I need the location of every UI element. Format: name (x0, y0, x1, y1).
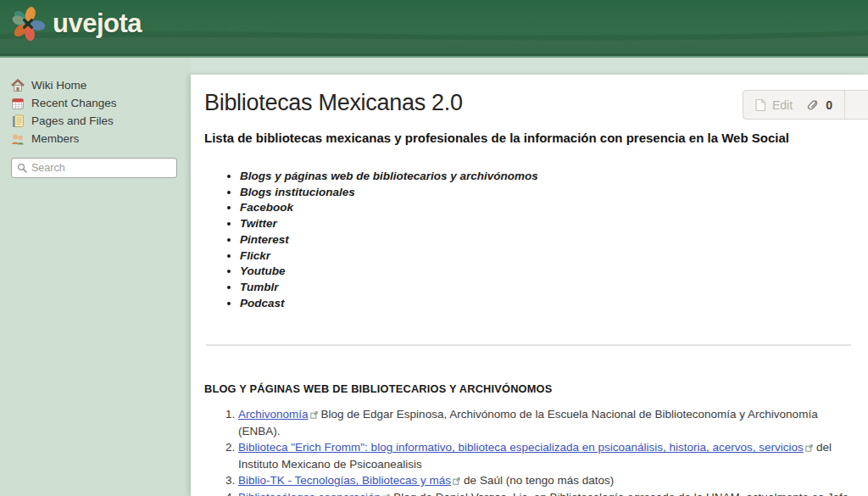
external-link-icon (310, 407, 318, 423)
pages-icon (11, 114, 25, 128)
entry-link[interactable]: Archivonomía (238, 408, 309, 421)
sidebar: Wiki Home Recent Changes Pages and Files (0, 58, 191, 496)
toc-item: Blogs y páginas web de bibliotecarios y … (240, 169, 853, 185)
sidebar-item-label: Pages and Files (31, 114, 114, 127)
attachment-count: 0 (826, 98, 832, 112)
sidebar-item-label: Recent Changes (31, 97, 117, 109)
wiki-page: { "header": { "logo_text": "uvejota" }, … (0, 0, 868, 496)
attachments-button[interactable]: 0 (806, 98, 832, 112)
entry-link[interactable]: Biblio-TK - Tecnologías, Bibliotecas y m… (238, 474, 451, 487)
toc-item: Tumblr (240, 280, 853, 296)
entry-row: Biblio-TK - Tecnologías, Bibliotecas y m… (238, 472, 853, 489)
external-link-icon (453, 473, 460, 489)
pinwheel-logo-icon (10, 6, 46, 42)
toc-list: Blogs y páginas web de bibliotecarios y … (204, 169, 853, 311)
toc-item: Twitter (240, 216, 853, 232)
page-edit-icon (754, 98, 767, 112)
entry-row: Biblioteca "Erich Fromm": blog informati… (238, 439, 853, 472)
toc-item: Pinterest (240, 232, 853, 248)
entry-row: ArchivonomíaBlog de Edgar Espinosa, Arch… (238, 406, 853, 439)
toc-item: Youtube (240, 264, 853, 280)
sidebar-item-pages-and-files[interactable]: Pages and Files (11, 112, 191, 130)
app-header: uvejota (0, 0, 868, 58)
logo[interactable]: uvejota (10, 6, 142, 42)
sidebar-item-label: Wiki Home (31, 79, 86, 92)
search-icon (17, 163, 27, 173)
section-divider (206, 344, 851, 346)
edit-button-label: Edit (772, 98, 793, 112)
toolbar-divider (844, 91, 845, 119)
entry-link[interactable]: Biblioteca "Erich Fromm": blog informati… (238, 441, 804, 454)
external-link-icon (382, 490, 390, 496)
entry-description: de Saúl (no tengo más datos) (464, 474, 614, 487)
toc-item: Podcast (240, 296, 853, 312)
search-input[interactable] (31, 162, 176, 174)
section-heading: BLOG Y PÁGINAS WEB DE BIBLIOTECARIOS Y A… (204, 382, 853, 395)
toc-item: Blogs institucionales (240, 185, 853, 201)
sidebar-item-label: Members (31, 132, 79, 145)
sidebar-item-members[interactable]: Members (11, 130, 191, 148)
entry-list: ArchivonomíaBlog de Edgar Espinosa, Arch… (204, 406, 853, 496)
toc-item: Facebook (240, 200, 853, 216)
entry-description: Blog de Edgar Espinosa, Archivónomo de l… (238, 408, 818, 437)
members-icon (11, 132, 25, 146)
logo-text: uvejota (53, 8, 142, 39)
calendar-icon (11, 97, 25, 110)
page-subtitle: Lista de bibliotecas mexicanas y profesi… (204, 130, 853, 146)
search-box (11, 158, 177, 178)
edit-button[interactable]: Edit (754, 98, 793, 112)
main-content: Bibliotecas Mexicanas 2.0 Edit 0 Lista d… (191, 75, 868, 496)
paperclip-icon (806, 98, 821, 112)
sidebar-item-wiki-home[interactable]: Wiki Home (11, 76, 191, 94)
entry-link[interactable]: Bibliotecólogos cooperación (238, 491, 381, 496)
page-toolbar: Edit 0 (743, 90, 868, 120)
external-link-icon (805, 440, 813, 456)
toc-item: Flickr (240, 248, 853, 265)
entry-row: Bibliotecólogos cooperaciónBlog de Danie… (238, 489, 853, 496)
home-icon (11, 79, 25, 92)
sidebar-item-recent-changes[interactable]: Recent Changes (11, 94, 191, 112)
